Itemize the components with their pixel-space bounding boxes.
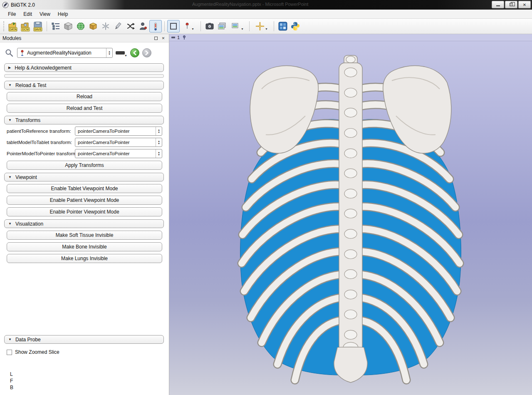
scene-view-button[interactable] (216, 20, 228, 32)
screenshot-button[interactable] (203, 20, 216, 32)
combo-spinner[interactable]: ▲ ▼ (156, 149, 162, 158)
pencil-icon (114, 22, 123, 31)
enable-patient-viewpoint-button[interactable]: Enable Patient Viewpoint Mode (7, 196, 162, 205)
viewpoint-section-label: Viewpoint (15, 174, 37, 180)
visualization-section-header[interactable]: ▼ Visualization (4, 219, 164, 228)
minimize-button[interactable] (492, 1, 504, 8)
visualization-section-label: Visualization (15, 221, 43, 227)
show-zoomed-slice-checkbox[interactable] (7, 350, 12, 355)
close-button[interactable]: ✕ (518, 1, 531, 8)
green-globe-button[interactable] (74, 20, 87, 32)
pointer-model-to-pointer-combo[interactable]: pointerCameraToPointer ▲ ▼ (75, 149, 162, 158)
scene-photo-restore-icon (231, 22, 240, 31)
save-button[interactable]: SAVE (32, 20, 44, 32)
spine (334, 55, 367, 383)
frame-button[interactable] (167, 20, 180, 32)
transforms-section-header[interactable]: ▼ Transforms (4, 116, 164, 124)
gold-cube-icon (89, 22, 98, 31)
pin-icon[interactable] (182, 35, 187, 40)
module-combo-spinner[interactable]: ▲ ▼ (106, 48, 112, 57)
enable-tablet-viewpoint-button[interactable]: Enable Tablet Viewpoint Mode (7, 184, 162, 193)
spin-down-icon: ▼ (158, 142, 160, 145)
show-zoomed-slice-row: Show Zoomed Slice (7, 349, 164, 355)
sacrum (334, 347, 367, 383)
reload-and-test-button[interactable]: Reload and Test (7, 104, 162, 113)
section-data-probe: ▼ Data Probe (4, 335, 164, 344)
show-zoomed-slice-label: Show Zoomed Slice (15, 349, 59, 355)
background-window-title: AugmentedRealityNavigation.pptx - Micros… (192, 2, 308, 7)
close-icon: ✕ (523, 2, 526, 7)
combo-spinner[interactable]: ▲ ▼ (156, 127, 162, 135)
patient-to-reference-combo[interactable]: pointerCameraToPointer ▲ ▼ (75, 127, 162, 136)
gray-cube-button[interactable] (62, 20, 74, 32)
patient-to-reference-row: patientToReference transform: pointerCam… (7, 127, 162, 136)
restore-icon (510, 3, 513, 6)
data-probe-section-label: Data Probe (15, 337, 41, 343)
make-soft-tissue-invisible-button[interactable]: Make Soft Tissue Invisible (7, 231, 162, 240)
modules-panel: Modules ✕ AugmentedRea (0, 34, 169, 395)
python-icon (290, 21, 300, 31)
load-dicom-button[interactable]: DCM (19, 20, 32, 32)
toolbar-separator (200, 21, 201, 31)
menu-edit[interactable]: Edit (20, 10, 36, 18)
navigation-marker-icon (151, 22, 160, 31)
shuffle-button[interactable] (124, 20, 137, 32)
help-section-label: Help & Acknowledgement (15, 65, 72, 71)
combo-value: pointerCameraToPointer (78, 151, 156, 156)
person-button[interactable] (137, 20, 149, 32)
module-selector-combo[interactable]: AugmentedRealityNavigation ▲ ▼ (17, 48, 113, 58)
extensions-button[interactable] (277, 20, 289, 32)
tablet-model-to-tablet-combo[interactable]: pointerCameraToPointer ▲ ▼ (75, 138, 162, 147)
help-section-header[interactable]: ▶ Help & Acknowledgement (4, 63, 164, 72)
navigation-marker-button[interactable] (149, 20, 162, 32)
combo-spinner[interactable]: ▲ ▼ (156, 138, 162, 147)
reload-section-label: Reload & Test (15, 82, 47, 88)
viewpoint-section-header[interactable]: ▼ Viewpoint (4, 173, 164, 181)
toolbar-grip[interactable] (3, 21, 5, 31)
python-console-button[interactable] (289, 20, 302, 32)
panel-close-button[interactable]: ✕ (160, 35, 166, 41)
data-folder-icon: DATA (7, 21, 18, 32)
menu-file[interactable]: File (4, 10, 20, 18)
transforms-section-label: Transforms (15, 117, 40, 123)
menubar: File Edit View Help (0, 10, 532, 19)
scene-view-restore-button[interactable]: ▼ (228, 20, 247, 32)
selected-module-label: AugmentedRealityNavigation (27, 50, 106, 56)
module-history-button[interactable]: ▼ (116, 49, 127, 57)
module-list-button[interactable] (49, 20, 62, 32)
enable-pointer-viewpoint-button[interactable]: Enable Pointer Viewpoint Mode (7, 207, 162, 216)
gold-cube-button[interactable] (87, 20, 99, 32)
make-bone-invisible-button[interactable]: Make Bone Invisible (7, 242, 162, 251)
pencil-button[interactable] (112, 20, 124, 32)
data-probe-section-header[interactable]: ▼ Data Probe (4, 335, 164, 344)
view-collapse-button[interactable] (171, 37, 175, 38)
menu-view[interactable]: View (36, 10, 54, 18)
menu-help[interactable]: Help (54, 10, 72, 18)
reload-button[interactable]: Reload (7, 92, 162, 101)
snowflake-button[interactable] (99, 20, 112, 32)
marker-dropdown-button[interactable]: ▼ (180, 20, 198, 32)
threed-view[interactable]: 1 (169, 34, 532, 395)
restore-button[interactable] (505, 1, 517, 8)
view-name-label: 1 (177, 35, 180, 40)
threed-scene[interactable] (169, 41, 532, 395)
crosshair-dropdown-button[interactable]: ▼ (252, 20, 271, 32)
module-forward-button[interactable] (142, 48, 151, 57)
back-arrow-icon (132, 50, 137, 55)
reload-section-header[interactable]: ▼ Reload & Test (4, 81, 164, 89)
dropdown-arrow-icon: ▼ (241, 27, 244, 30)
module-search-button[interactable] (4, 48, 14, 58)
probe-foreground-row: F (10, 378, 169, 384)
ribcage-model (169, 41, 532, 395)
module-back-button[interactable] (130, 48, 139, 57)
probe-background-row: B (10, 384, 169, 391)
shuffle-arrows-icon (126, 22, 135, 31)
make-lungs-invisible-button[interactable]: Make Lungs Invisible (7, 254, 162, 263)
toolbar-separator (249, 21, 250, 31)
collapsed-arrow-icon: ▶ (8, 66, 11, 70)
small-marker-icon (183, 22, 191, 30)
load-data-button[interactable]: DATA (7, 20, 19, 32)
apply-transforms-button[interactable]: Apply Transforms (7, 161, 162, 170)
panel-float-button[interactable] (153, 35, 159, 41)
crosshair-icon (255, 22, 265, 31)
